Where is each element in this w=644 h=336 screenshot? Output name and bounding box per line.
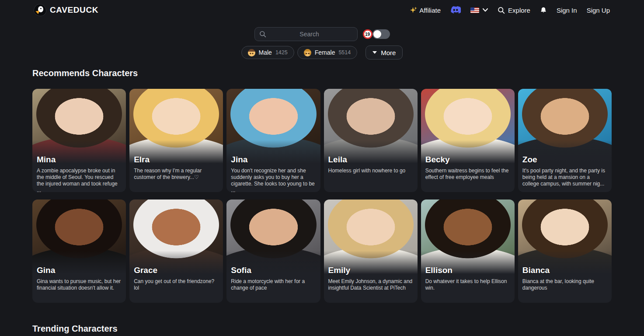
affiliate-link[interactable]: Affiliate [410,6,441,14]
card-description: Meet Emily Johnson, a dynamic and insigh… [324,276,418,296]
card-name: Becky [425,155,450,164]
nav-links: Affiliate Explore [410,6,610,14]
card-image: Emily [324,200,418,276]
search-icon [498,7,505,14]
toggle-knob [373,30,381,38]
card-name: Ellison [425,266,453,275]
adult-toggle-group: 19 [363,29,390,39]
character-card[interactable]: Ellison Do whatever it takes to help Ell… [421,200,515,303]
character-card[interactable]: Emily Meet Emily Johnson, a dynamic and … [324,200,418,303]
discord-icon [450,6,461,14]
brand-name: CAVEDUCK [50,5,98,15]
filter-female-button[interactable]: Female 5514 [297,46,358,59]
male-label: Male [259,49,272,56]
trending-heading: Trending Characters [32,324,612,334]
card-description: It's pool party night, and the party is … [518,165,612,192]
card-name: Jina [231,155,247,164]
sign-in-label: Sign In [557,7,577,14]
card-description: Do whatever it takes to help Ellison win… [421,276,515,296]
card-description: Gina wants to pursue music, but her fina… [32,276,126,296]
search-input-icon [259,31,266,38]
character-card[interactable]: Grace Can you get out of the friendzone?… [129,200,223,303]
filter-male-button[interactable]: Male 1425 [241,46,294,59]
character-card[interactable]: Leila Homeless girl with nowhere to go [324,89,418,192]
card-name: Emily [328,266,351,275]
language-selector[interactable] [470,7,488,13]
woman-face-icon [304,49,311,56]
filter-pills-row: Male 1425 Female 5514 More [0,46,644,60]
card-image: Elra [129,89,223,165]
more-filters-button[interactable]: More [366,46,403,60]
card-description: You don't recognize her and she suddenly… [226,165,320,192]
search-area: 19 Male 1425 Female 5514 More [0,27,644,60]
brand-logo[interactable]: CAVEDUCK [34,4,98,16]
card-description: Homeless girl with nowhere to go [324,165,418,178]
more-label: More [381,49,396,56]
us-flag-icon [470,7,479,13]
card-image: Gina [32,200,126,276]
character-card[interactable]: Elra The reason why I'm a regular custom… [129,89,223,192]
chevron-down-icon [483,8,488,12]
card-name: Sofia [231,266,251,275]
recommends-heading: Recommends Characters [32,68,612,78]
character-card[interactable]: Bianca Bianca at the bar, looking quite … [518,200,612,303]
card-image: Bianca [518,200,612,276]
age-19-badge: 19 [363,29,372,39]
card-name: Leila [328,155,347,164]
card-description: Southern waitress begins to feel the eff… [421,165,515,185]
character-card[interactable]: Mina A zombie apocalypse broke out in th… [32,89,126,192]
main-content: Recommends Characters Mina A zombie apoc… [0,68,644,334]
explore-link[interactable]: Explore [498,7,530,14]
sign-in-link[interactable]: Sign In [557,7,577,14]
card-image: Leila [324,89,418,165]
card-image: Grace [129,200,223,276]
sign-up-label: Sign Up [587,7,610,14]
explore-label: Explore [508,7,530,14]
female-label: Female [315,49,335,56]
card-description: Bianca at the bar, looking quite dangero… [518,276,612,296]
card-image: Zoe [518,89,612,165]
male-count: 1425 [275,49,288,56]
bell-icon [540,7,547,14]
female-count: 5514 [338,49,351,56]
card-description: The reason why I'm a regular customer of… [129,165,223,185]
discord-link[interactable] [450,6,461,14]
navbar: CAVEDUCK Affiliate [0,0,644,20]
character-card[interactable]: Jina You don't recognize her and she sud… [226,89,320,192]
card-description: A zombie apocalypse broke out in the mid… [32,165,126,192]
card-name: Gina [37,266,55,275]
card-image: Ellison [421,200,515,276]
character-card[interactable]: Becky Southern waitress begins to feel t… [421,89,515,192]
card-name: Zoe [522,155,537,164]
sparkles-icon [410,6,418,14]
character-card[interactable]: Zoe It's pool party night, and the party… [518,89,612,192]
affiliate-label: Affiliate [419,7,441,14]
card-image: Sofia [226,200,320,276]
character-card[interactable]: Sofia Ride a motorcycle with her for a c… [226,200,320,303]
card-image: Becky [421,89,515,165]
search-box[interactable] [254,27,358,41]
character-card[interactable]: Gina Gina wants to pursue music, but her… [32,200,126,303]
card-name: Mina [37,155,56,164]
card-name: Elra [134,155,150,164]
triangle-down-icon [372,51,377,54]
card-image: Mina [32,89,126,165]
sign-up-link[interactable]: Sign Up [587,7,610,14]
card-description: Can you get out of the friendzone? lol [129,276,223,296]
man-face-icon [248,49,255,56]
adult-content-toggle[interactable] [372,29,390,39]
search-input[interactable] [266,31,353,38]
card-description: Ride a motorcycle with her for a change … [226,276,320,296]
card-name: Grace [134,266,157,275]
card-name: Bianca [522,266,550,275]
recommends-grid: Mina A zombie apocalypse broke out in th… [32,89,612,303]
notifications-button[interactable] [540,7,547,14]
card-image: Jina [226,89,320,165]
duck-logo-icon [34,4,46,16]
